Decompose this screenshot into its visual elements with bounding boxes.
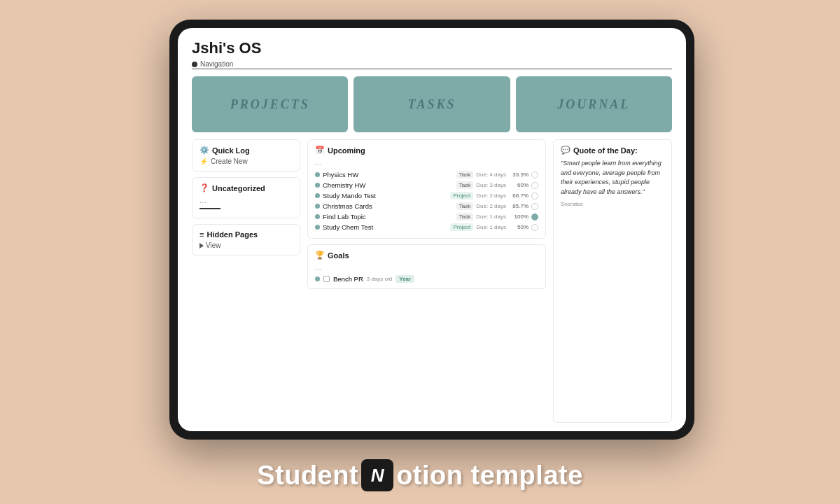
task-name: Study Mando Test — [323, 192, 447, 200]
calendar-icon: 📅 — [315, 146, 325, 155]
list-icon: ≡ — [200, 230, 204, 239]
uncategorized-dots: ... — [200, 195, 293, 205]
task-type: Task — [456, 181, 473, 189]
goal-days: 3 days old — [367, 276, 392, 282]
hero-card-journal[interactable]: JOURNAL — [516, 76, 672, 132]
tablet-screen: Jshi's OS Navigation PROJECTS TASKS JOUR… — [178, 28, 686, 431]
right-panel: 💬 Quote of the Day: "Smart people learn … — [553, 139, 672, 423]
task-due: Due: 3 days — [476, 182, 506, 188]
task-type: Project — [450, 192, 473, 200]
task-percent: 60% — [509, 182, 528, 188]
task-percent: 100% — [509, 214, 528, 220]
question-icon: ❓ — [200, 183, 209, 192]
nav-tag: Navigation — [192, 60, 672, 69]
divider — [200, 208, 220, 209]
quick-log-title: ⚙️ Quick Log — [200, 146, 293, 155]
bottom-word2: otion template — [396, 461, 583, 491]
notion-page: Jshi's OS Navigation PROJECTS TASKS JOUR… — [178, 28, 686, 431]
bottom-word1: Student — [257, 461, 358, 491]
triangle-icon — [200, 243, 204, 248]
task-due: Due: 2 days — [476, 203, 506, 209]
task-due: Due: 1 days — [476, 214, 506, 220]
goals-dots: ... — [315, 262, 538, 272]
task-row[interactable]: Chemistry HW Task Due: 3 days 60% — [315, 180, 538, 190]
task-row[interactable]: Study Chem Test Project Due: 1 days 50% — [315, 222, 538, 232]
task-name: Physics HW — [323, 171, 454, 178]
upcoming-widget: 📅 Upcoming ... Physics HW Task Due: 4 da… — [307, 139, 546, 239]
quick-log-widget: ⚙️ Quick Log ⚡ Create New — [192, 139, 300, 172]
middle-panel: 📅 Upcoming ... Physics HW Task Due: 4 da… — [307, 139, 546, 423]
hero-card-journal-label: JOURNAL — [557, 97, 630, 112]
upcoming-title: 📅 Upcoming — [315, 146, 538, 155]
page-title: Jshi's OS — [192, 39, 672, 57]
task-dot — [315, 183, 320, 188]
task-name: Chemistry HW — [323, 181, 454, 189]
goal-name: Bench PR — [333, 275, 363, 283]
trophy-icon: 🏆 — [315, 251, 325, 260]
hero-cards: PROJECTS TASKS JOURNAL — [192, 76, 672, 132]
task-name: Find Lab Topic — [323, 213, 454, 220]
task-row[interactable]: Study Mando Test Project Due: 2 days 66.… — [315, 190, 538, 201]
task-name: Study Chem Test — [323, 223, 447, 231]
quote-widget: 💬 Quote of the Day: "Smart people learn … — [553, 139, 672, 423]
task-type: Task — [456, 213, 473, 220]
goal-row[interactable]: Bench PR 3 days old Year — [315, 275, 538, 283]
task-due: Due: 4 days — [476, 172, 506, 178]
upcoming-dots: ... — [315, 158, 538, 167]
goal-checkbox[interactable] — [323, 276, 330, 282]
tablet-frame: Jshi's OS Navigation PROJECTS TASKS JOUR… — [169, 20, 694, 440]
task-row[interactable]: Christmas Cards Task Due: 2 days 85.7% — [315, 201, 538, 211]
notion-n-letter: N — [371, 465, 384, 486]
goal-dot — [315, 276, 320, 281]
task-type: Project — [450, 223, 473, 231]
speech-icon: 💬 — [561, 146, 570, 155]
task-circle — [531, 182, 538, 189]
hidden-pages-title: ≡ Hidden Pages — [200, 230, 293, 239]
hidden-pages-widget: ≡ Hidden Pages View — [192, 224, 300, 255]
uncategorized-widget: ❓ Uncategorized ... — [192, 177, 300, 218]
task-due: Due: 1 days — [476, 224, 506, 230]
task-dot — [315, 193, 320, 198]
uncategorized-title: ❓ Uncategorized — [200, 183, 293, 192]
notion-icon-box: N — [361, 459, 393, 491]
content-grid: ⚙️ Quick Log ⚡ Create New ❓ Uncategorize… — [192, 139, 672, 423]
task-circle — [531, 192, 538, 200]
task-dot — [315, 225, 320, 230]
task-percent: 50% — [509, 224, 528, 230]
quick-log-icon: ⚙️ — [200, 146, 209, 155]
left-panel: ⚙️ Quick Log ⚡ Create New ❓ Uncategorize… — [192, 139, 300, 423]
nav-label: Navigation — [200, 60, 233, 68]
goal-badge: Year — [396, 275, 414, 283]
hero-card-projects-label: PROJECTS — [230, 97, 310, 112]
task-percent: 66.7% — [509, 192, 528, 199]
lightning-icon: ⚡ — [200, 158, 208, 165]
task-row[interactable]: Find Lab Topic Task Due: 1 days 100% — [315, 211, 538, 222]
nav-dot — [192, 62, 197, 67]
task-dot — [315, 204, 320, 209]
task-dot — [315, 172, 320, 177]
hero-card-tasks[interactable]: TASKS — [354, 76, 510, 132]
quote-title: 💬 Quote of the Day: — [561, 146, 664, 155]
quote-text: "Smart people learn from everything and … — [561, 159, 664, 197]
task-circle — [531, 203, 538, 210]
task-dot — [315, 214, 320, 219]
task-due: Due: 2 days — [476, 192, 506, 199]
quick-log-action[interactable]: ⚡ Create New — [200, 158, 293, 165]
task-row[interactable]: Physics HW Task Due: 4 days 33.3% — [315, 169, 538, 180]
task-circle — [531, 172, 538, 178]
bottom-text: Student N otion template — [0, 459, 840, 491]
hero-card-projects[interactable]: PROJECTS — [192, 76, 348, 132]
task-circle — [531, 224, 538, 231]
task-type: Task — [456, 171, 473, 178]
goals-widget: 🏆 Goals ... Bench PR 3 days old Year — [307, 244, 546, 289]
task-circle-full — [531, 214, 538, 220]
hidden-pages-view[interactable]: View — [200, 241, 293, 249]
quote-author: Socrates — [561, 201, 664, 207]
goals-title: 🏆 Goals — [315, 251, 538, 260]
task-name: Christmas Cards — [323, 202, 454, 210]
task-percent: 85.7% — [509, 203, 528, 209]
hero-card-tasks-label: TASKS — [407, 97, 456, 112]
task-type: Task — [456, 202, 473, 210]
task-percent: 33.3% — [509, 172, 528, 178]
